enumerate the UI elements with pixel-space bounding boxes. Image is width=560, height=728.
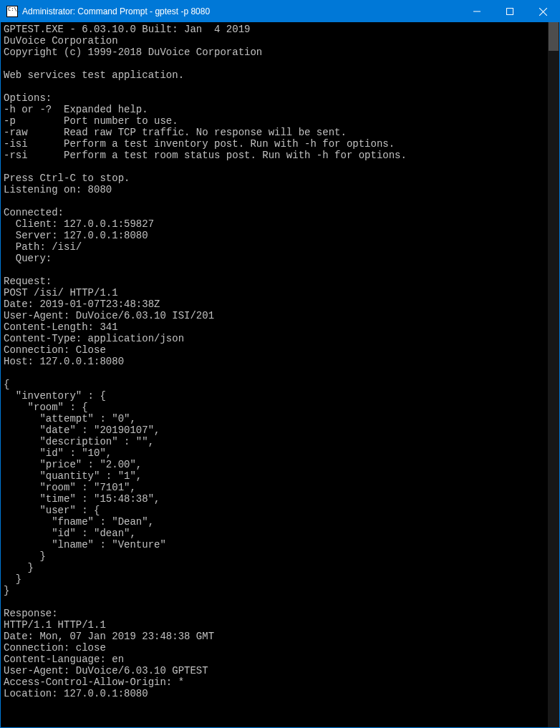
close-icon — [539, 8, 547, 16]
maximize-icon — [506, 8, 513, 15]
scrollbar-track — [548, 22, 559, 727]
minimize-icon — [473, 8, 481, 15]
scrollbar-thumb[interactable] — [549, 22, 559, 51]
window-controls — [460, 1, 559, 22]
minimize-button[interactable] — [460, 1, 493, 22]
terminal-output[interactable]: GPTEST.EXE - 6.03.10.0 Built: Jan 4 2019… — [1, 22, 559, 727]
window-title: Administrator: Command Prompt - gptest -… — [22, 6, 210, 16]
close-button[interactable] — [526, 1, 559, 22]
cmd-icon — [6, 6, 18, 17]
terminal-area: GPTEST.EXE - 6.03.10.0 Built: Jan 4 2019… — [1, 22, 559, 727]
window-titlebar[interactable]: Administrator: Command Prompt - gptest -… — [1, 1, 559, 22]
maximize-button[interactable] — [493, 1, 526, 22]
svg-rect-1 — [507, 9, 513, 15]
scrollbar[interactable] — [548, 22, 559, 727]
